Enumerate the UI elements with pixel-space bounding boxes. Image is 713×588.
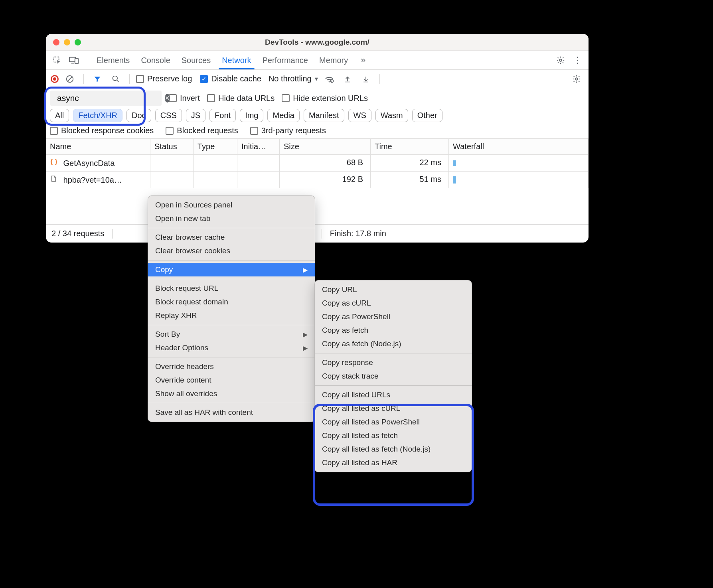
inspect-element-icon[interactable] — [50, 53, 64, 67]
divider — [83, 74, 84, 84]
type-chip-all[interactable]: All — [50, 109, 69, 122]
svg-rect-2 — [75, 58, 78, 63]
menu-item[interactable]: Sort By▶ — [148, 328, 315, 341]
tab-network[interactable]: Network — [216, 52, 257, 68]
menu-item[interactable]: Copy all listed as PowerShell — [315, 415, 472, 429]
third-party-requests-checkbox[interactable]: 3rd-party requests — [250, 126, 326, 135]
menu-item[interactable]: Save all as HAR with content — [148, 406, 315, 419]
throttling-dropdown[interactable]: No throttling ▾ — [269, 74, 318, 83]
context-menu[interactable]: Open in Sources panelOpen in new tabClea… — [148, 195, 315, 422]
filter-input[interactable]: ✕ — [50, 91, 162, 106]
menu-item[interactable]: Copy all listed as fetch — [315, 429, 472, 442]
column-header-type[interactable]: Type — [194, 139, 237, 155]
menu-item-label: Copy response — [322, 358, 373, 367]
column-header-name[interactable]: Name — [46, 139, 150, 155]
menu-item[interactable]: Override content — [148, 373, 315, 387]
menu-item-label: Copy all listed as fetch (Node.js) — [322, 445, 431, 454]
tab-memory[interactable]: Memory — [314, 52, 354, 68]
request-name-cell[interactable]: hpba?vet=10a… — [46, 172, 150, 188]
type-chip-wasm[interactable]: Wasm — [375, 109, 408, 122]
request-name-cell[interactable]: GetAsyncData — [46, 155, 150, 172]
column-header-size[interactable]: Size — [280, 139, 371, 155]
preserve-log-label: Preserve log — [147, 74, 192, 83]
menu-item[interactable]: Copy stack trace — [315, 369, 472, 383]
type-chip-fetchxhr[interactable]: Fetch/XHR — [73, 109, 122, 122]
tab-console[interactable]: Console — [135, 52, 176, 68]
menu-item[interactable]: Copy as cURL — [315, 296, 472, 310]
zoom-window-button[interactable] — [75, 39, 81, 45]
type-chip-ws[interactable]: WS — [348, 109, 371, 122]
download-har-icon[interactable] — [359, 72, 373, 86]
size-cell: 192 B — [280, 172, 371, 188]
menu-item[interactable]: Open in Sources panel — [148, 198, 315, 212]
minimize-window-button[interactable] — [64, 39, 70, 45]
clear-log-icon[interactable] — [63, 72, 77, 86]
more-tabs-icon[interactable]: » — [356, 53, 370, 67]
column-header-time[interactable]: Time — [371, 139, 449, 155]
menu-item[interactable]: Block request domain — [148, 295, 315, 309]
close-window-button[interactable] — [53, 39, 59, 45]
tab-performance[interactable]: Performance — [257, 52, 314, 68]
menu-item[interactable]: Open in new tab — [148, 212, 315, 225]
window-controls — [53, 39, 81, 45]
menu-item[interactable]: Copy all listed as fetch (Node.js) — [315, 442, 472, 456]
type-chip-css[interactable]: CSS — [155, 109, 182, 122]
menu-item[interactable]: Copy all listed as HAR — [315, 456, 472, 470]
type-chip-doc[interactable]: Doc — [126, 109, 151, 122]
menu-item[interactable]: Copy URL — [315, 283, 472, 296]
menu-item[interactable]: Copy as fetch — [315, 324, 472, 337]
tab-elements[interactable]: Elements — [91, 52, 135, 68]
menu-item[interactable]: Copy all listed URLs — [315, 388, 472, 402]
hide-data-urls-checkbox[interactable]: Hide data URLs — [207, 94, 275, 103]
chevron-right-icon: ▶ — [303, 344, 308, 352]
menu-item[interactable]: Show all overrides — [148, 387, 315, 401]
device-toolbar-icon[interactable] — [67, 53, 81, 67]
type-chip-img[interactable]: Img — [240, 109, 263, 122]
clear-filter-icon[interactable]: ✕ — [165, 94, 170, 103]
hide-extension-urls-checkbox[interactable]: Hide extension URLs — [282, 94, 368, 103]
upload-har-icon[interactable] — [340, 72, 355, 86]
menu-item-label: Override content — [155, 376, 211, 385]
filter-toggle-icon[interactable] — [90, 72, 105, 86]
type-chip-font[interactable]: Font — [209, 109, 236, 122]
menu-item-label: Clear browser cache — [155, 233, 225, 242]
menu-item-label: Open in Sources panel — [155, 201, 232, 209]
menu-item[interactable]: Clear browser cache — [148, 231, 315, 244]
menu-item[interactable]: Copy all listed as cURL — [315, 402, 472, 415]
invert-checkbox[interactable]: Invert — [169, 94, 200, 103]
preserve-log-checkbox[interactable]: Preserve log — [136, 74, 192, 83]
column-header-initiator[interactable]: Initia… — [237, 139, 280, 155]
waterfall-cell — [449, 155, 589, 172]
menu-item[interactable]: Override headers — [148, 360, 315, 373]
menu-item[interactable]: Block request URL — [148, 282, 315, 295]
network-conditions-icon[interactable] — [322, 72, 336, 86]
column-header-waterfall[interactable]: Waterfall — [449, 139, 589, 155]
menu-item[interactable]: Copy as PowerShell — [315, 310, 472, 324]
type-chip-js[interactable]: JS — [186, 109, 205, 122]
type-chip-other[interactable]: Other — [412, 109, 442, 122]
network-settings-gear-icon[interactable] — [569, 72, 584, 86]
menu-item[interactable]: Replay XHR — [148, 309, 315, 322]
menu-item[interactable]: Clear browser cookies — [148, 244, 315, 258]
kebab-menu-icon[interactable]: ⋮ — [570, 53, 585, 67]
disable-cache-checkbox[interactable]: Disable cache — [200, 74, 261, 83]
status-bar: 2 / 34 requests 5 B / 2.4 MB resources F… — [46, 224, 589, 243]
type-chip-media[interactable]: Media — [267, 109, 299, 122]
settings-gear-icon[interactable] — [553, 53, 568, 67]
menu-item[interactable]: Copy as fetch (Node.js) — [315, 337, 472, 351]
blocked-response-cookies-checkbox[interactable]: Blocked response cookies — [50, 126, 154, 135]
menu-item-label: Copy — [155, 265, 173, 274]
type-chip-manifest[interactable]: Manifest — [304, 109, 344, 122]
blocked-requests-checkbox[interactable]: Blocked requests — [166, 126, 238, 135]
record-button[interactable] — [51, 75, 59, 83]
third-party-label: 3rd-party requests — [261, 126, 326, 135]
copy-submenu[interactable]: Copy URLCopy as cURLCopy as PowerShellCo… — [314, 280, 472, 472]
filter-text-field[interactable] — [57, 93, 162, 103]
tab-sources[interactable]: Sources — [176, 52, 216, 68]
menu-item[interactable]: Header Options▶ — [148, 341, 315, 355]
menu-item[interactable]: Copy▶ — [148, 263, 315, 276]
menu-item[interactable]: Copy response — [315, 356, 472, 369]
column-header-status[interactable]: Status — [150, 139, 194, 155]
search-icon[interactable] — [109, 72, 123, 86]
type-filter-chips: AllFetch/XHRDocCSSJSFontImgMediaManifest… — [50, 109, 585, 122]
